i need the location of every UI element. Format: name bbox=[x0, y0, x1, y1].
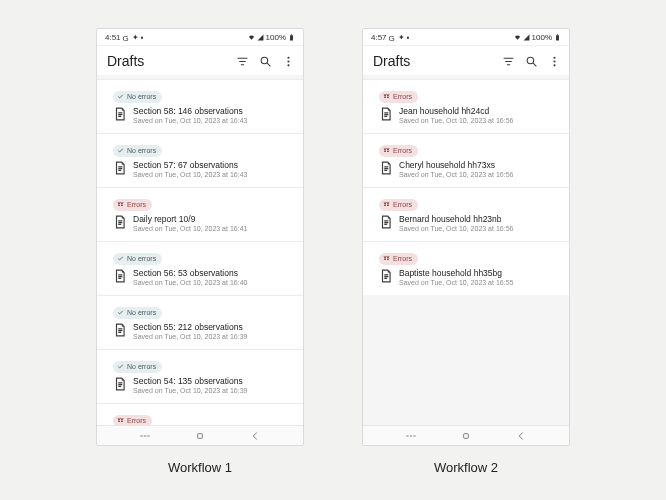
doc-icon bbox=[113, 323, 127, 337]
wifi-icon bbox=[514, 34, 521, 41]
list-item[interactable]: No errorsSection 56: 53 observationsSave… bbox=[97, 241, 303, 295]
status-chip-no-errors: No errors bbox=[113, 253, 162, 265]
list-item[interactable]: ErrorsDaily report 10/8 bbox=[97, 403, 303, 425]
list-item[interactable]: No errorsSection 58: 146 observationsSav… bbox=[97, 79, 303, 133]
errors-icon bbox=[383, 147, 390, 154]
check-icon bbox=[117, 93, 124, 100]
status-chip-label: Errors bbox=[393, 201, 412, 208]
item-subtitle: Saved on Tue, Oct 10, 2023 at 16:56 bbox=[399, 225, 513, 233]
nav-home-button[interactable] bbox=[459, 429, 473, 443]
item-title: Section 57: 67 observations bbox=[133, 160, 247, 170]
drafts-list: ErrorsJean household hh24cdSaved on Tue,… bbox=[363, 75, 569, 425]
doc-icon bbox=[379, 215, 393, 229]
doc-icon bbox=[113, 107, 127, 121]
status-g-icon: G bbox=[123, 34, 130, 41]
item-title: Cheryl household hh73xs bbox=[399, 160, 513, 170]
battery-icon bbox=[288, 34, 295, 41]
nav-back-icon bbox=[514, 429, 528, 443]
status-g-icon: G bbox=[389, 34, 396, 41]
item-subtitle: Saved on Tue, Oct 10, 2023 at 16:55 bbox=[399, 279, 513, 287]
status-chip-no-errors: No errors bbox=[113, 91, 162, 103]
doc-icon bbox=[379, 161, 393, 175]
battery-percent: 100% bbox=[532, 33, 552, 42]
nav-back-button[interactable] bbox=[514, 429, 528, 443]
status-notif-icons: ✦ ▪ bbox=[132, 33, 144, 42]
list-item[interactable]: ErrorsCheryl household hh73xsSaved on Tu… bbox=[363, 133, 569, 187]
list-item[interactable]: No errorsSection 57: 67 observationsSave… bbox=[97, 133, 303, 187]
wifi-icon bbox=[248, 34, 255, 41]
status-chip-errors: Errors bbox=[379, 199, 418, 211]
overflow-button[interactable] bbox=[548, 54, 561, 67]
list-item[interactable]: ErrorsBaptiste household hh35bgSaved on … bbox=[363, 241, 569, 295]
item-title: Daily report 10/9 bbox=[133, 214, 247, 224]
app-bar: Drafts bbox=[97, 45, 303, 75]
errors-icon bbox=[383, 93, 390, 100]
check-icon bbox=[117, 309, 124, 316]
overflow-button[interactable] bbox=[282, 54, 295, 67]
phone-screen-2: 4:57G✦ ▪100%DraftsErrorsJean household h… bbox=[362, 28, 570, 446]
status-chip-label: Errors bbox=[127, 201, 146, 208]
search-button[interactable] bbox=[525, 54, 538, 67]
status-chip-label: Errors bbox=[127, 417, 146, 424]
item-title: Bernard household hh23nb bbox=[399, 214, 513, 224]
check-icon bbox=[117, 147, 124, 154]
overflow-icon bbox=[548, 55, 561, 68]
check-icon bbox=[117, 255, 124, 262]
search-icon bbox=[259, 55, 272, 68]
status-chip-label: Errors bbox=[393, 93, 412, 100]
doc-icon bbox=[113, 269, 127, 283]
signal-icon bbox=[523, 34, 530, 41]
status-bar: 4:51G✦ ▪100% bbox=[97, 29, 303, 45]
status-chip-errors: Errors bbox=[379, 91, 418, 103]
app-bar: Drafts bbox=[363, 45, 569, 75]
status-chip-label: No errors bbox=[127, 309, 156, 316]
errors-icon bbox=[383, 255, 390, 262]
errors-icon bbox=[117, 417, 124, 424]
status-bar: 4:57G✦ ▪100% bbox=[363, 29, 569, 45]
search-icon bbox=[525, 55, 538, 68]
item-title: Jean household hh24cd bbox=[399, 106, 513, 116]
status-chip-errors: Errors bbox=[113, 199, 152, 211]
status-chip-no-errors: No errors bbox=[113, 307, 162, 319]
list-item[interactable]: No errorsSection 54: 135 observationsSav… bbox=[97, 349, 303, 403]
item-subtitle: Saved on Tue, Oct 10, 2023 at 16:40 bbox=[133, 279, 247, 287]
overflow-icon bbox=[282, 55, 295, 68]
doc-icon bbox=[379, 269, 393, 283]
sort-button[interactable] bbox=[502, 54, 515, 67]
nav-recent-button[interactable] bbox=[138, 429, 152, 443]
nav-back-button[interactable] bbox=[248, 429, 262, 443]
list-item[interactable]: ErrorsBernard household hh23nbSaved on T… bbox=[363, 187, 569, 241]
sort-icon bbox=[502, 55, 515, 68]
status-chip-label: Errors bbox=[393, 147, 412, 154]
sort-button[interactable] bbox=[236, 54, 249, 67]
list-item[interactable]: No errorsSection 55: 212 observationsSav… bbox=[97, 295, 303, 349]
status-chip-label: No errors bbox=[127, 255, 156, 262]
nav-recent-button[interactable] bbox=[404, 429, 418, 443]
list-item[interactable]: ErrorsDaily report 10/9Saved on Tue, Oct… bbox=[97, 187, 303, 241]
item-title: Section 55: 212 observations bbox=[133, 322, 247, 332]
android-nav-bar bbox=[363, 425, 569, 445]
status-notif-icons: ✦ ▪ bbox=[398, 33, 410, 42]
item-title: Section 54: 135 observations bbox=[133, 376, 247, 386]
status-chip-errors: Errors bbox=[379, 253, 418, 265]
doc-icon bbox=[379, 107, 393, 121]
signal-icon bbox=[257, 34, 264, 41]
doc-icon bbox=[113, 161, 127, 175]
item-subtitle: Saved on Tue, Oct 10, 2023 at 16:56 bbox=[399, 117, 513, 125]
android-nav-bar bbox=[97, 425, 303, 445]
status-chip-no-errors: No errors bbox=[113, 361, 162, 373]
nav-recent-icon bbox=[404, 429, 418, 443]
item-subtitle: Saved on Tue, Oct 10, 2023 at 16:43 bbox=[133, 171, 247, 179]
status-chip-label: No errors bbox=[127, 147, 156, 154]
sort-icon bbox=[236, 55, 249, 68]
nav-home-button[interactable] bbox=[193, 429, 207, 443]
list-item[interactable]: ErrorsJean household hh24cdSaved on Tue,… bbox=[363, 79, 569, 133]
search-button[interactable] bbox=[259, 54, 272, 67]
item-title: Section 56: 53 observations bbox=[133, 268, 247, 278]
check-icon bbox=[117, 363, 124, 370]
doc-icon bbox=[113, 377, 127, 391]
item-subtitle: Saved on Tue, Oct 10, 2023 at 16:39 bbox=[133, 333, 247, 341]
item-subtitle: Saved on Tue, Oct 10, 2023 at 16:39 bbox=[133, 387, 247, 395]
nav-back-icon bbox=[248, 429, 262, 443]
status-chip-label: No errors bbox=[127, 363, 156, 370]
